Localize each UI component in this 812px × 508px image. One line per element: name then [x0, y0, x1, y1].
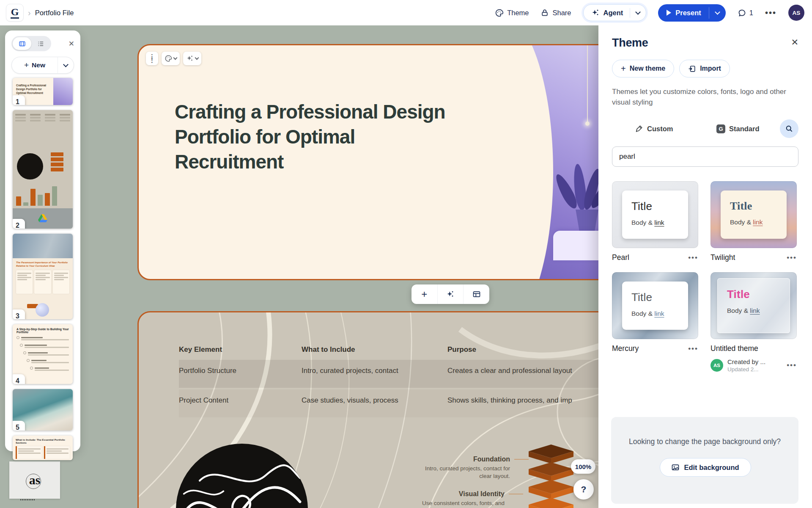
table-row[interactable]: Project Content Case studies, visuals, p… — [179, 389, 598, 417]
sparkles-icon — [591, 8, 600, 17]
preview-title: Title — [631, 291, 688, 304]
theme-preview: Title Body & link — [612, 181, 698, 248]
share-button[interactable]: Share — [540, 8, 571, 17]
thumbnail-decoration — [53, 78, 73, 105]
thumbnail-slide-4[interactable]: A Step-by-Step Guide to Building Your Po… — [13, 324, 73, 384]
table-cell[interactable]: Intro, curated projects, contact — [302, 367, 447, 375]
theme-panel-header: Theme ✕ — [612, 36, 798, 50]
new-slide-dropdown[interactable] — [58, 57, 74, 73]
diagram-label-text: Use consistent colors, fonts, and motifs — [407, 500, 505, 508]
slide-1-title[interactable]: Crafting a Professional Design Portfolio… — [175, 99, 462, 174]
close-icon[interactable]: ✕ — [69, 39, 74, 48]
table-cell[interactable]: Shows skills, thinking process, and imp — [447, 396, 598, 405]
theme-preview-card: Title Body & link — [721, 190, 787, 239]
list-view-button[interactable] — [31, 37, 50, 50]
theme-card-pearl[interactable]: Title Body & link Pearl ••• — [612, 181, 698, 262]
slide-style-button[interactable] — [162, 52, 180, 65]
layout-block-button[interactable] — [463, 284, 489, 304]
grid-view-button[interactable] — [13, 37, 31, 50]
thumbnail-slide-3[interactable]: The Paramount Importance of Your Portfol… — [13, 234, 73, 319]
theme-button[interactable]: Theme — [495, 8, 529, 17]
edit-background-button[interactable]: Edit background — [660, 458, 751, 477]
creator-info: Created by ... Updated 2... — [727, 358, 765, 373]
creator-avatar: AS — [710, 359, 723, 372]
theme-preview: Title Body & link — [710, 272, 797, 339]
new-slide-button[interactable]: + New — [12, 61, 58, 70]
theme-card-label-row: Mercury ••• — [612, 344, 698, 353]
thumbnail-slide-5[interactable]: 5 — [13, 389, 73, 431]
present-button[interactable]: Present — [658, 4, 709, 22]
theme-card-mercury[interactable]: Title Body & link Mercury ••• — [612, 272, 698, 353]
theme-menu-icon[interactable]: ••• — [688, 345, 698, 353]
theme-card-untitled[interactable]: Title Body & link Untitled theme AS Crea… — [710, 272, 797, 373]
theme-preview: Title Body & link — [612, 272, 698, 339]
theme-name: Pearl — [612, 253, 629, 262]
ai-block-button[interactable] — [437, 284, 464, 304]
tab-custom[interactable]: Custom — [612, 124, 696, 133]
thumbnail-slide-1[interactable]: Crafting a Professional Design Portfolio… — [13, 78, 73, 105]
more-options-icon[interactable]: ••• — [765, 8, 776, 18]
preview-body-text: Body & — [631, 219, 654, 226]
diagram-label-visual-identity[interactable]: Visual Identity Use consistent colors, f… — [407, 490, 505, 508]
tab-standard[interactable]: G Standard — [696, 124, 780, 133]
avatar[interactable]: AS — [788, 5, 804, 21]
image-icon — [671, 463, 680, 472]
present-dropdown-button[interactable] — [709, 7, 726, 19]
zoom-level-badge[interactable]: 100% — [571, 459, 595, 474]
search-toggle-button[interactable] — [780, 119, 798, 138]
thumbnail-decoration — [51, 152, 63, 173]
help-button[interactable]: ? — [573, 479, 594, 500]
table-row[interactable]: Portfolio Structure Intro, curated proje… — [179, 360, 598, 388]
theme-search-input[interactable] — [612, 146, 798, 167]
diagram-label-foundation[interactable]: Foundation Intro, curated projects, cont… — [413, 456, 510, 480]
thumbnail-caption: A Step-by-Step Guide to Building Your Po… — [16, 328, 69, 334]
plus-icon: + — [421, 288, 427, 300]
slide-ai-button[interactable] — [183, 52, 201, 65]
thumbnail-decoration — [23, 351, 69, 356]
drag-handle[interactable]: ⋮⋮ — [146, 52, 158, 65]
breadcrumb[interactable]: Portfolio File — [35, 9, 74, 17]
table-header-cell[interactable]: Purpose — [447, 345, 598, 354]
diagram-label-text: Intro, curated projects, contact for cle… — [413, 465, 510, 480]
workspace-logo-widget[interactable]: as — [9, 461, 60, 499]
theme-menu-icon[interactable]: ••• — [688, 254, 698, 262]
comments-button[interactable]: 1 — [738, 8, 753, 17]
theme-preview-card: Title Body & link — [622, 282, 688, 330]
add-block-button[interactable]: + — [411, 284, 437, 304]
present-button-label: Present — [675, 9, 701, 17]
thumbnail-decoration — [13, 110, 73, 124]
table-header-cell[interactable]: Key Element — [179, 345, 302, 354]
slide-2-table[interactable]: Key Element What to Include Purpose Port… — [179, 341, 598, 417]
search-icon — [785, 124, 793, 133]
thumbnail-slide-6[interactable]: What to Include: The Essential Portfolio… — [13, 436, 73, 460]
close-icon[interactable]: ✕ — [791, 37, 798, 47]
table-cell[interactable]: Project Content — [179, 396, 302, 405]
import-theme-button[interactable]: Import — [679, 60, 730, 77]
thumbnail-decoration — [16, 185, 69, 206]
table-cell[interactable]: Creates a clear and professional layout — [447, 367, 598, 375]
updated-text: Updated 2... — [727, 366, 765, 373]
table-cell[interactable]: Case studies, visuals, process — [302, 396, 447, 405]
theme-card-label-row: Untitled theme — [710, 344, 797, 353]
thumbnail-caption: The Paramount Importance of Your Portfol… — [13, 258, 73, 268]
table-cell[interactable]: Portfolio Structure — [179, 367, 302, 375]
new-theme-label: New theme — [630, 65, 665, 72]
theme-preview: Title Body & link — [710, 181, 797, 248]
logo-caption-decoration — [20, 499, 35, 500]
theme-menu-icon[interactable]: ••• — [787, 254, 797, 262]
new-theme-button[interactable]: + New theme — [612, 60, 674, 77]
slide-2[interactable]: Key Element What to Include Purpose Port… — [137, 311, 598, 508]
background-change-card: Looking to change the page background on… — [611, 417, 798, 504]
slide-1[interactable]: Crafting a Professional Design Portfolio… — [137, 44, 598, 280]
agent-button[interactable]: Agent — [584, 5, 630, 21]
theme-card-label-row: Pearl ••• — [612, 253, 698, 262]
agent-dropdown-button[interactable] — [630, 8, 646, 18]
table-header-cell[interactable]: What to Include — [302, 345, 447, 354]
theme-card-twilight[interactable]: Title Body & link Twilight ••• — [710, 181, 797, 262]
theme-menu-icon[interactable]: ••• — [787, 361, 797, 370]
thumbnail-slide-2[interactable]: 2 — [13, 110, 73, 229]
palette-icon — [165, 55, 172, 62]
preview-body: Body & link — [730, 218, 787, 226]
plus-icon: + — [621, 64, 626, 74]
gamma-logo-button[interactable]: G — [6, 4, 24, 22]
